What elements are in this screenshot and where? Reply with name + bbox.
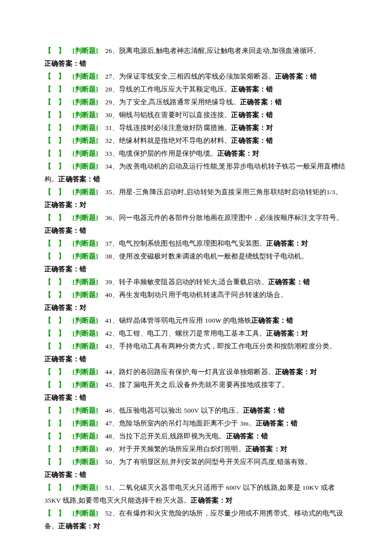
answer-value: 对 xyxy=(310,368,317,376)
bracket-prefix: 【 】 xyxy=(44,150,66,157)
answer-line: 正确答案：对 xyxy=(44,301,348,314)
answer-value: 对 xyxy=(301,240,308,247)
answer-value: 对 xyxy=(252,150,259,157)
answer-label: 正确答案： xyxy=(44,201,79,209)
bracket-prefix: 【 】 xyxy=(44,98,66,106)
question-text: 28、导线的工作电压应大于其额定电压。 xyxy=(105,85,231,93)
bracket-prefix: 【 】 xyxy=(44,111,66,119)
bracket-prefix: 【 】 xyxy=(44,85,66,93)
question-line: 【 】 [判断题] 36、同一电器元件的各部件分散地画在原理图中，必须按顺序标注… xyxy=(44,212,348,237)
question-type-tag: [判断题] xyxy=(73,85,98,93)
question-text: 50、为了有明显区别,并列安装的同型号开关应不同高度,错落有致。 xyxy=(105,458,312,466)
answer-label: 正确答案： xyxy=(191,497,226,504)
question-line: 【 】 [判断题] 34、为改善电动机的启动及运行性能,笼形异步电动机转子铁芯一… xyxy=(44,160,348,186)
question-text: 26、脱离电源后,触电者神志清醒,应让触电者来回走动,加强血液循环。 xyxy=(105,47,320,54)
answer-value: 对 xyxy=(301,330,308,337)
answer-line: 正确答案：错 xyxy=(44,391,348,404)
bracket-prefix: 【 】 xyxy=(44,342,66,350)
answer-value: 错 xyxy=(278,407,285,414)
answer-label: 正确答案： xyxy=(231,137,266,144)
question-text: 29、为了安全,高压线路通常采用绝缘导线。 xyxy=(105,98,240,106)
bracket-prefix: 【 】 xyxy=(44,420,66,427)
question-text: 41、锡焊晶体管等弱电元件应用 100W 的电烙铁 xyxy=(105,317,251,324)
bracket-prefix: 【 】 xyxy=(44,407,66,414)
question-line: 【 】 [判断题] 37、电气控制系统图包括电气原理图和电气安装图。正确答案：对 xyxy=(44,237,348,250)
answer-label: 正确答案： xyxy=(256,420,291,427)
question-text: 43、手持电动工具有两种分类方式，即按工作电压分类和按防潮程度分类。 xyxy=(105,342,336,350)
question-line: 【 】 [判断题] 52、在有爆炸和火灾危险的场所，应尽量少用或不用携带式、移动… xyxy=(44,507,348,533)
answer-label: 正确答案： xyxy=(58,175,93,183)
bracket-prefix: 【 】 xyxy=(44,47,66,54)
answer-label: 正确答案： xyxy=(243,407,278,414)
answer-value: 错 xyxy=(303,278,310,286)
question-type-tag: [判断题] xyxy=(73,510,98,517)
answer-label: 正确答案： xyxy=(268,278,303,286)
question-text: 36、同一电器元件的各部件分散地画在原理图中，必须按顺序标注文字符号。 xyxy=(105,214,344,221)
question-line: 【 】 [判断题] 47、危险场所室内的吊灯与地面距离不少于 3m。正确答案：错 xyxy=(44,417,348,430)
question-line: 【 】 [判断题] 48、当拉下总开关后,线路即视为无电。正确答案：错 xyxy=(44,430,348,443)
question-text: 47、危险场所室内的吊灯与地面距离不少于 3m。 xyxy=(105,420,256,427)
question-type-tag: [判断题] xyxy=(73,368,98,376)
question-text: 37、电气控制系统图包括电气原理图和电气安装图。 xyxy=(105,240,266,247)
bracket-prefix: 【 】 xyxy=(44,163,66,170)
question-type-tag: [判断题] xyxy=(73,330,98,337)
question-text: 31、导线连接时必须注意做好防腐措施。 xyxy=(105,124,231,131)
question-type-tag: [判断题] xyxy=(73,73,98,80)
answer-value: 错 xyxy=(93,175,100,183)
question-line: 【 】 [判断题] 51、二氧化碳灭火器带电灭火只适用于 600V 以下的线路,… xyxy=(44,481,348,507)
question-text: 35、用星-三角降压启动时,启动转矩为直接采用三角形联结时启动转矩的1/3。 xyxy=(105,188,342,196)
question-text: 40、再生发电制动只用于电动机转速高于同步转速的场合。 xyxy=(105,291,287,299)
answer-value: 错 xyxy=(266,85,273,93)
answer-label: 正确答案： xyxy=(44,60,79,67)
question-type-tag: [判断题] xyxy=(73,342,98,350)
answer-label: 正确答案： xyxy=(240,98,275,106)
question-text: 49、对于开关频繁的场所应采用白炽灯照明。 xyxy=(105,445,245,453)
answer-label: 正确答案： xyxy=(58,522,93,530)
question-line: 【 】 [判断题] 49、对于开关频繁的场所应采用白炽灯照明。正确答案：对 xyxy=(44,443,348,456)
answer-label: 正确答案： xyxy=(231,111,266,119)
answer-line: 正确答案：错 xyxy=(44,469,348,481)
answer-value: 错 xyxy=(79,227,86,234)
question-line: 【 】 [判断题] 45、接了漏电开关之后,设备外壳就不需要再接地或接零了。 xyxy=(44,379,348,391)
answer-value: 错 xyxy=(79,471,86,478)
question-line: 【 】 [判断题] 27、为保证零线安全,三相四线的零线必须加装熔断器。正确答案… xyxy=(44,70,348,83)
question-line: 【 】 [判断题] 46、低压验电器可以验出 500V 以下的电压。正确答案：错 xyxy=(44,404,348,417)
bracket-prefix: 【 】 xyxy=(44,253,66,260)
question-type-tag: [判断题] xyxy=(73,253,98,260)
question-line: 【 】 [判断题] 30、铜线与铝线在需要时可以直接连接。正确答案：错 xyxy=(44,109,348,122)
question-type-tag: [判断题] xyxy=(73,420,98,427)
answer-label: 正确答案： xyxy=(44,355,79,363)
question-type-tag: [判断题] xyxy=(73,214,98,221)
answer-label: 正确答案： xyxy=(275,368,310,376)
question-type-tag: [判断题] xyxy=(73,98,98,106)
answer-value: 错 xyxy=(261,432,268,440)
question-line: 【 】 [判断题] 31、导线连接时必须注意做好防腐措施。正确答案：对 xyxy=(44,122,348,134)
question-line: 【 】 [判断题] 39、转子串频敏变阻器启动的转矩大,适合重载启动。正确答案：… xyxy=(44,276,348,289)
answer-label: 正确答案： xyxy=(44,304,79,311)
question-type-tag: [判断题] xyxy=(73,432,98,440)
question-text: 45、接了漏电开关之后,设备外壳就不需要再接地或接零了。 xyxy=(105,381,289,388)
question-text: 44、路灯的各回路应有保护,每一灯具宜设单独熔断器。 xyxy=(105,368,275,376)
question-type-tag: [判断题] xyxy=(73,240,98,247)
question-line: 【 】 [判断题] 32、绝缘材料就是指绝对不导电的材料。正确答案：错 xyxy=(44,134,348,147)
question-type-tag: [判断题] xyxy=(73,111,98,119)
answer-label: 正确答案： xyxy=(44,394,79,401)
bracket-prefix: 【 】 xyxy=(44,330,66,337)
question-type-tag: [判断题] xyxy=(73,124,98,131)
answer-label: 正确答案： xyxy=(251,317,286,324)
answer-value: 对 xyxy=(79,201,86,209)
question-line: 【 】 [判断题] 42、电工钳、电工刀、螺丝刀是常用电工基本工具。正确答案：对 xyxy=(44,327,348,340)
bracket-prefix: 【 】 xyxy=(44,137,66,144)
question-text: 38、使用改变磁极对数来调速的电机一般都是绕线型转子电动机。 xyxy=(105,253,309,260)
answer-value: 对 xyxy=(266,124,273,131)
answer-value: 错 xyxy=(266,137,273,144)
question-line: 【 】 [判断题] 38、使用改变磁极对数来调速的电机一般都是绕线型转子电动机。 xyxy=(44,250,348,263)
question-type-tag: [判断题] xyxy=(73,381,98,388)
question-text: 32、绝缘材料就是指绝对不导电的材料。 xyxy=(105,137,231,144)
question-type-tag: [判断题] xyxy=(73,163,98,170)
question-type-tag: [判断题] xyxy=(73,484,98,491)
question-line: 【 】 [判断题] 28、导线的工作电压应大于其额定电压。正确答案：错 xyxy=(44,83,348,96)
question-text: 46、低压验电器可以验出 500V 以下的电压。 xyxy=(105,407,243,414)
question-line: 【 】 [判断题] 26、脱离电源后,触电者神志清醒,应让触电者来回走动,加强血… xyxy=(44,44,348,57)
question-line: 【 】 [判断题] 43、手持电动工具有两种分类方式，即按工作电压分类和按防潮程… xyxy=(44,340,348,353)
